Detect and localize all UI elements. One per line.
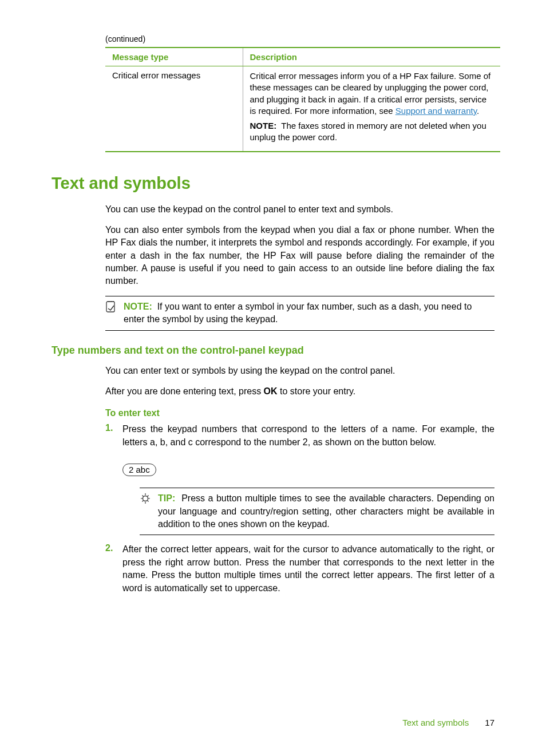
svg-point-1 bbox=[143, 496, 148, 501]
heading-to-enter-text: To enter text bbox=[105, 408, 494, 418]
tip-label: TIP: bbox=[158, 493, 175, 503]
tip-callout: TIP: Press a button multiple times to se… bbox=[140, 488, 494, 535]
paragraph: You can also enter symbols from the keyp… bbox=[105, 224, 494, 288]
table-row: Critical error messages Critical error m… bbox=[105, 66, 500, 152]
text-fragment: to store your entry. bbox=[278, 386, 356, 396]
note-label: NOTE: bbox=[250, 121, 277, 130]
paragraph: You can enter text or symbols by using t… bbox=[105, 365, 494, 377]
keypad-button-2abc: 2 abc bbox=[122, 464, 156, 476]
note-label: NOTE: bbox=[124, 302, 152, 311]
footer-page-number: 17 bbox=[485, 718, 494, 727]
step-number: 2. bbox=[105, 543, 122, 595]
tip-body: Press a button multiple times to see the… bbox=[158, 493, 494, 529]
ok-key-label: OK bbox=[264, 386, 278, 396]
step-text: Press the keypad numbers that correspond… bbox=[122, 424, 494, 446]
list-item: 1. Press the keypad numbers that corresp… bbox=[105, 423, 494, 449]
paragraph: You can use the keypad on the control pa… bbox=[105, 203, 494, 216]
note-body: If you want to enter a symbol in your fa… bbox=[124, 302, 472, 324]
table-cell-description: Critical error messages inform you of a … bbox=[243, 66, 500, 152]
table-header-message-type: Message type bbox=[105, 48, 243, 66]
ordered-list-continued: TIP: Press a button multiple times to se… bbox=[105, 488, 494, 595]
page-footer: Text and symbols 17 bbox=[402, 718, 494, 727]
paragraph: After you are done entering text, press … bbox=[105, 385, 494, 398]
tip-icon bbox=[140, 492, 152, 508]
text-fragment: After you are done entering text, press bbox=[105, 386, 264, 396]
heading-text-and-symbols: Text and symbols bbox=[52, 174, 494, 193]
support-warranty-link[interactable]: Support and warranty bbox=[395, 106, 477, 116]
continued-label: (continued) bbox=[105, 34, 494, 43]
table-header-description: Description bbox=[243, 48, 500, 66]
message-table: Message type Description Critical error … bbox=[105, 47, 500, 152]
note-text: The faxes stored in memory are not delet… bbox=[250, 121, 486, 142]
note-callout: NOTE: If you want to enter a symbol in y… bbox=[105, 296, 494, 331]
footer-section-name: Text and symbols bbox=[402, 718, 469, 727]
list-item: 2. After the correct letter appears, wai… bbox=[105, 543, 494, 595]
desc-period: . bbox=[477, 106, 479, 116]
ordered-list: 1. Press the keypad numbers that corresp… bbox=[105, 423, 494, 449]
step-number: 1. bbox=[105, 423, 122, 449]
table-cell-message-type: Critical error messages bbox=[105, 66, 243, 152]
step-text: After the correct letter appears, wait f… bbox=[122, 544, 494, 592]
note-icon bbox=[105, 300, 118, 315]
heading-type-numbers: Type numbers and text on the control-pan… bbox=[52, 345, 494, 357]
